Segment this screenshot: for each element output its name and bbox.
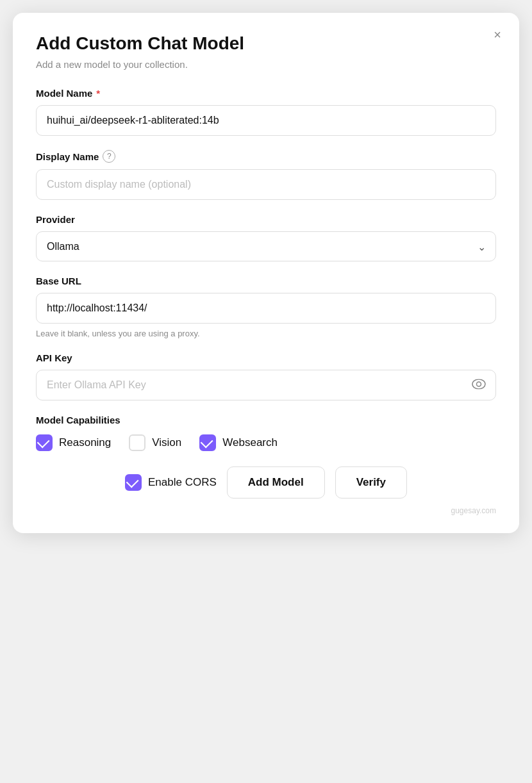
footer-row: Enable CORS Add Model Verify bbox=[36, 466, 496, 499]
capabilities-section: Model Capabilities Reasoning Vision Webs… bbox=[36, 415, 496, 451]
svg-point-1 bbox=[477, 382, 481, 386]
base-url-hint: Leave it blank, unless you are using a p… bbox=[36, 329, 496, 338]
websearch-label: Websearch bbox=[222, 436, 278, 449]
add-custom-model-modal: × Add Custom Chat Model Add a new model … bbox=[13, 13, 519, 533]
websearch-capability[interactable]: Websearch bbox=[199, 434, 278, 451]
help-icon[interactable]: ? bbox=[103, 150, 115, 163]
reasoning-label: Reasoning bbox=[59, 436, 111, 449]
provider-field: Provider Ollama OpenAI Anthropic Other ⌄ bbox=[36, 214, 496, 261]
model-name-input[interactable] bbox=[36, 105, 496, 136]
enable-cors-label: Enable CORS bbox=[148, 476, 217, 489]
vision-checkbox[interactable] bbox=[129, 434, 145, 451]
api-key-input-wrapper bbox=[36, 370, 496, 400]
model-name-field: Model Name * bbox=[36, 88, 496, 136]
modal-title: Add Custom Chat Model bbox=[36, 33, 496, 54]
api-key-input[interactable] bbox=[36, 370, 496, 400]
provider-select[interactable]: Ollama OpenAI Anthropic Other bbox=[36, 231, 496, 261]
enable-cors-checkbox[interactable] bbox=[125, 474, 142, 491]
api-key-label: API Key bbox=[36, 352, 496, 363]
websearch-checkbox[interactable] bbox=[199, 434, 216, 451]
base-url-field: Base URL Leave it blank, unless you are … bbox=[36, 276, 496, 338]
close-button[interactable]: × bbox=[491, 26, 504, 44]
capabilities-row: Reasoning Vision Websearch bbox=[36, 434, 496, 451]
display-name-field: Display Name ? bbox=[36, 150, 496, 200]
reasoning-checkbox[interactable] bbox=[36, 434, 53, 451]
vision-capability[interactable]: Vision bbox=[129, 434, 181, 451]
display-name-input[interactable] bbox=[36, 169, 496, 200]
modal-subtitle: Add a new model to your collection. bbox=[36, 59, 496, 70]
capabilities-label: Model Capabilities bbox=[36, 415, 496, 425]
api-key-field: API Key bbox=[36, 352, 496, 400]
svg-point-0 bbox=[472, 379, 485, 389]
watermark: gugesay.com bbox=[36, 506, 496, 515]
reasoning-capability[interactable]: Reasoning bbox=[36, 434, 111, 451]
provider-select-wrapper: Ollama OpenAI Anthropic Other ⌄ bbox=[36, 231, 496, 261]
required-indicator: * bbox=[96, 88, 100, 99]
vision-label: Vision bbox=[152, 436, 181, 449]
provider-label: Provider bbox=[36, 214, 496, 225]
display-name-label: Display Name ? bbox=[36, 150, 496, 163]
base-url-label: Base URL bbox=[36, 276, 496, 286]
enable-cors-group[interactable]: Enable CORS bbox=[125, 474, 217, 491]
add-model-button[interactable]: Add Model bbox=[227, 466, 325, 499]
verify-button[interactable]: Verify bbox=[335, 466, 407, 499]
model-name-label: Model Name * bbox=[36, 88, 496, 99]
base-url-input[interactable] bbox=[36, 293, 496, 324]
eye-icon[interactable] bbox=[472, 378, 486, 393]
